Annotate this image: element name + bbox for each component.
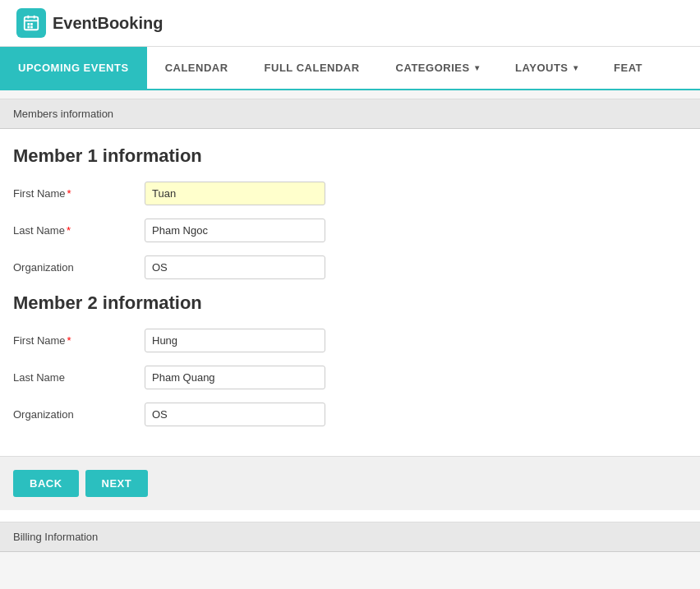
member2-org-input[interactable] — [145, 403, 325, 426]
member1-firstname-input[interactable] — [145, 182, 325, 205]
member2-title: Member 2 information — [13, 292, 687, 314]
next-button[interactable]: NEXT — [85, 470, 149, 497]
members-info-section-bar: Members information — [0, 99, 700, 129]
member1-org-label: Organization — [13, 255, 145, 274]
nav-item-layouts[interactable]: LAYOUTS ▾ — [497, 47, 596, 89]
member1-org-input[interactable] — [145, 255, 325, 279]
member2-firstname-label: First Name* — [13, 329, 145, 347]
member1-lastname-input[interactable] — [145, 219, 325, 242]
member2-firstname-input[interactable] — [145, 329, 325, 352]
member1-org-row: Organization — [13, 255, 687, 279]
required-star-2: * — [67, 224, 71, 237]
nav-item-feat[interactable]: FEAT — [596, 47, 661, 89]
member1-lastname-label: Last Name* — [13, 219, 145, 237]
categories-chevron-icon: ▾ — [475, 63, 480, 72]
button-bar: BACK NEXT — [0, 456, 700, 510]
required-star: * — [67, 187, 71, 200]
svg-rect-7 — [30, 26, 33, 29]
main-nav: UPCOMING EVENTS CALENDAR FULL CALENDAR C… — [0, 47, 700, 90]
member2-lastname-label: Last Name — [13, 366, 145, 384]
brand-name: EventBooking — [53, 14, 163, 33]
member1-lastname-row: Last Name* — [13, 219, 687, 242]
member2-lastname-row: Last Name — [13, 366, 687, 389]
member2-lastname-input[interactable] — [145, 366, 325, 389]
svg-rect-4 — [27, 23, 30, 25]
svg-rect-5 — [30, 23, 33, 25]
back-button[interactable]: BACK — [13, 470, 79, 497]
svg-rect-6 — [27, 26, 30, 29]
nav-item-full-calendar[interactable]: FULL CALENDAR — [246, 47, 378, 89]
required-star-3: * — [67, 334, 71, 347]
main-content: Members information Member 1 information… — [0, 99, 700, 552]
member1-firstname-row: First Name* — [13, 182, 687, 205]
member2-org-row: Organization — [13, 403, 687, 426]
layouts-chevron-icon: ▾ — [573, 63, 578, 72]
member1-title: Member 1 information — [13, 145, 687, 167]
nav-item-upcoming-events[interactable]: UPCOMING EVENTS — [0, 47, 147, 89]
member1-firstname-label: First Name* — [13, 182, 145, 200]
member2-org-label: Organization — [13, 403, 145, 421]
form-container: Member 1 information First Name* Last Na… — [0, 129, 700, 448]
member2-firstname-row: First Name* — [13, 329, 687, 352]
logo-icon — [16, 8, 46, 38]
nav-item-categories[interactable]: CATEGORIES ▾ — [378, 47, 498, 89]
billing-section-bar: Billing Information — [0, 522, 700, 552]
nav-item-calendar[interactable]: CALENDAR — [147, 47, 246, 89]
header: EventBooking — [0, 0, 700, 47]
